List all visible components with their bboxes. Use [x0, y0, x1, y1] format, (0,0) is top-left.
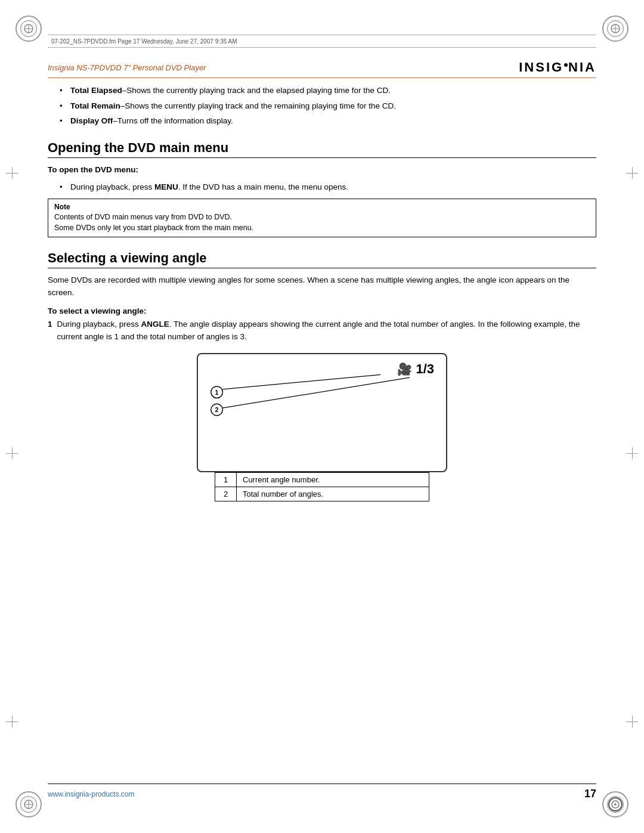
left-tick-bottom [6, 716, 18, 727]
table-row-1: 1 Current angle number. [215, 472, 429, 487]
svg-text:1: 1 [215, 389, 219, 396]
note-box: Note Contents of DVD main menus vary fro… [48, 199, 596, 237]
section1-sub-heading: To open the DVD menu: [48, 165, 596, 174]
svg-line-14 [222, 374, 380, 389]
svg-point-11 [614, 803, 617, 806]
section2-heading: Selecting a viewing angle [48, 250, 596, 268]
numbered-item-num: 1 [48, 318, 52, 343]
numbered-item-text: During playback, press ANGLE. The angle … [57, 318, 596, 343]
left-tick-top [6, 167, 18, 179]
footer-bar: www.insignia-products.com 17 [48, 784, 596, 800]
insignia-logo: INSIGNIA [519, 60, 596, 75]
left-tick-middle [6, 447, 18, 459]
section1-bullet-item: During playback, press MENU. If the DVD … [60, 181, 596, 193]
corner-br [597, 786, 633, 822]
page-wrapper: 07-202_NS-7PDVDD.fm Page 17 Wednesday, J… [0, 0, 644, 833]
section1-heading: Opening the DVD main menu [48, 140, 596, 158]
note-label: Note [54, 203, 590, 211]
note-line-2: Some DVDs only let you start playback fr… [54, 223, 590, 234]
svg-text:2: 2 [215, 406, 219, 413]
intro-bullet-list: Total Elapsed–Shows the currently playin… [60, 85, 596, 127]
table-cell-label-2: Total number of angles. [237, 487, 429, 501]
bullet-total-remain: Total Remain–Shows the currently playing… [60, 100, 596, 112]
bullet-display-off: Display Off–Turns off the information di… [60, 115, 596, 127]
corner-tl [11, 11, 47, 47]
note-line-1: Contents of DVD main menus vary from DVD… [54, 212, 590, 223]
section1-bullet-list: During playback, press MENU. If the DVD … [60, 181, 596, 193]
angle-table: 1 Current angle number. 2 Total number o… [215, 472, 429, 501]
corner-bl [11, 786, 47, 822]
header-bar: Insignia NS-7PDVDD 7" Personal DVD Playe… [48, 60, 596, 78]
main-content: Total Elapsed–Shows the currently playin… [48, 78, 596, 773]
section2-body1: Some DVDs are recorded with multiple vie… [48, 274, 596, 299]
page-number: 17 [584, 788, 596, 800]
table-cell-label-1: Current angle number. [237, 472, 429, 487]
right-tick-top [626, 167, 638, 179]
angle-display-box: 🎥 1/3 1 2 [197, 353, 447, 472]
section2-sub-heading: To select a viewing angle: [48, 306, 596, 315]
bullet-total-elapsed: Total Elapsed–Shows the currently playin… [60, 85, 596, 97]
corner-tr [597, 11, 633, 47]
table-cell-num-1: 1 [215, 472, 237, 487]
table-row-2: 2 Total number of angles. [215, 487, 429, 501]
svg-line-17 [222, 377, 410, 408]
trim-text: 07-202_NS-7PDVDD.fm Page 17 Wednesday, J… [51, 38, 237, 45]
section2-numbered-item: 1 During playback, press ANGLE. The angl… [48, 318, 596, 343]
angle-diagram-container: 🎥 1/3 1 2 [197, 353, 447, 501]
right-tick-bottom [626, 716, 638, 727]
footer-url: www.insignia-products.com [48, 790, 134, 798]
diagram-svg: 1 2 [198, 354, 446, 471]
right-tick-middle [626, 447, 638, 459]
top-trim-bar: 07-202_NS-7PDVDD.fm Page 17 Wednesday, J… [48, 35, 596, 48]
header-title: Insignia NS-7PDVDD 7" Personal DVD Playe… [48, 63, 206, 72]
table-cell-num-2: 2 [215, 487, 237, 501]
